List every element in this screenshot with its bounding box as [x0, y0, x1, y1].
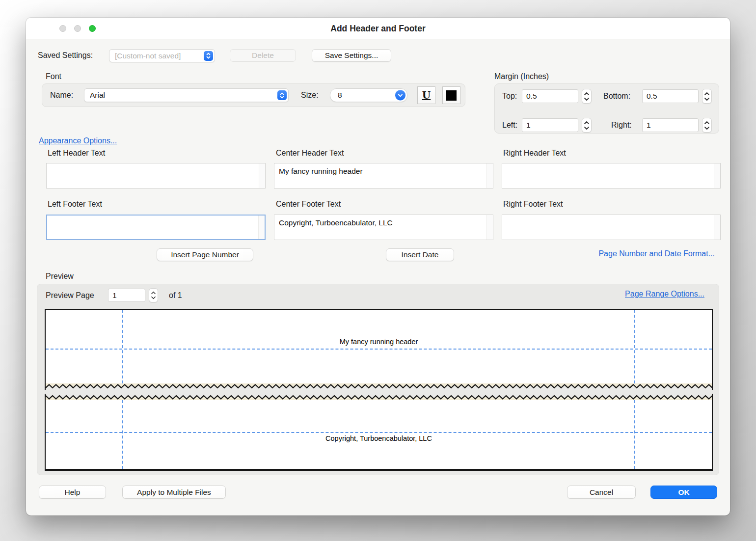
page-fragment-body: My fancy running header: [46, 310, 712, 383]
margin-groupbox: Top: Bottom: Left: Right:: [494, 83, 719, 134]
center-footer-textarea-wrap: Copyright, Turboencabulator, LLC: [274, 215, 493, 240]
torn-edge-top: [46, 394, 712, 400]
appearance-options-link[interactable]: Appearance Options...: [39, 136, 117, 145]
font-name-label: Name:: [50, 89, 73, 102]
preview-page-top-fragment: My fancy running header: [45, 309, 713, 390]
scrollbar-gutter[interactable]: [486, 215, 493, 240]
apply-to-multiple-files-button[interactable]: Apply to Multiple Files: [122, 486, 226, 499]
right-footer-label: Right Footer Text: [503, 198, 563, 211]
scrollbar-gutter[interactable]: [486, 163, 493, 188]
preview-page-stepper[interactable]: [149, 288, 158, 302]
scrollbar-gutter[interactable]: [259, 163, 265, 188]
center-header-label: Center Header Text: [276, 147, 344, 160]
left-header-textarea-wrap: [46, 163, 266, 189]
margin-left-label: Left:: [502, 119, 517, 132]
help-button[interactable]: Help: [39, 486, 106, 499]
margin-section-label: Margin (Inches): [494, 72, 549, 81]
dialog-title: Add Header and Footer: [26, 18, 730, 39]
preview-page-input[interactable]: [108, 289, 145, 302]
right-header-input[interactable]: [502, 163, 714, 188]
saved-settings-value: [Custom-not saved]: [115, 50, 201, 62]
saved-settings-label: Saved Settings:: [38, 49, 93, 62]
saved-settings-dropdown[interactable]: [Custom-not saved]: [109, 49, 215, 62]
margin-left-input[interactable]: [522, 118, 578, 132]
left-footer-textarea-wrap: [46, 215, 266, 240]
preview-section-label: Preview: [46, 272, 74, 281]
left-margin-guide: [122, 310, 123, 383]
delete-settings-button[interactable]: Delete: [230, 49, 296, 62]
insert-date-button[interactable]: Insert Date: [386, 248, 454, 261]
left-footer-label: Left Footer Text: [48, 198, 102, 211]
margin-bottom-stepper[interactable]: [702, 89, 712, 104]
scrollbar-gutter[interactable]: [714, 215, 720, 240]
font-name-value: Arial: [90, 89, 274, 102]
margin-right-stepper[interactable]: [702, 118, 712, 133]
preview-header-text: My fancy running header: [46, 338, 712, 346]
color-swatch-icon: [446, 90, 457, 101]
font-section-label: Font: [46, 72, 61, 81]
titlebar: Add Header and Footer: [26, 18, 730, 39]
font-groupbox: Name: Arial Size: 8 U: [42, 83, 465, 107]
preview-panel: Preview Page of 1 Page Range Options... …: [37, 284, 719, 475]
font-name-dropdown[interactable]: Arial: [84, 88, 289, 102]
top-margin-guide: [46, 349, 712, 350]
right-header-label: Right Header Text: [503, 147, 566, 160]
torn-edge-bottom: [46, 383, 712, 390]
left-footer-input[interactable]: [47, 216, 258, 239]
scrollbar-gutter[interactable]: [714, 163, 720, 188]
insert-page-number-button[interactable]: Insert Page Number: [157, 248, 253, 261]
underline-button[interactable]: U: [417, 86, 435, 104]
center-footer-label: Center Footer Text: [276, 198, 341, 211]
margin-top-input[interactable]: [522, 89, 578, 103]
preview-page-bottom-fragment: Copyright, Turboencabulator, LLC: [45, 394, 713, 471]
preview-footer-text: Copyright, Turboencabulator, LLC: [46, 434, 712, 442]
scrollbar-gutter[interactable]: [258, 216, 265, 239]
save-settings-button[interactable]: Save Settings...: [312, 49, 391, 62]
margin-bottom-label: Bottom:: [603, 90, 630, 103]
center-header-textarea-wrap: My fancy running header: [274, 163, 493, 189]
chevron-up-down-icon: [204, 51, 213, 61]
margin-right-input[interactable]: [642, 118, 699, 132]
right-footer-input[interactable]: [502, 215, 714, 240]
font-size-combobox[interactable]: 8: [330, 88, 407, 102]
preview-page-count-label: of 1: [169, 289, 182, 302]
right-header-textarea-wrap: [502, 163, 721, 189]
right-footer-textarea-wrap: [502, 215, 721, 240]
font-size-label: Size:: [301, 89, 319, 102]
margin-bottom-input[interactable]: [642, 89, 699, 103]
page-number-date-format-link[interactable]: Page Number and Date Format...: [598, 249, 715, 258]
margin-top-label: Top:: [502, 90, 517, 103]
bottom-margin-guide: [46, 432, 712, 433]
page-fragment-body: Copyright, Turboencabulator, LLC: [46, 400, 712, 469]
chevron-down-icon: [395, 90, 405, 101]
font-size-value: 8: [338, 89, 393, 102]
center-footer-input[interactable]: Copyright, Turboencabulator, LLC: [274, 215, 486, 240]
chevron-up-down-icon: [277, 90, 287, 100]
left-header-input[interactable]: [47, 163, 259, 188]
right-margin-guide: [634, 310, 635, 383]
cancel-button[interactable]: Cancel: [567, 486, 636, 499]
font-color-button[interactable]: [442, 86, 460, 104]
margin-top-stepper[interactable]: [582, 89, 592, 104]
page-range-options-link[interactable]: Page Range Options...: [625, 290, 704, 298]
preview-page-label: Preview Page: [46, 289, 94, 302]
left-header-label: Left Header Text: [48, 147, 105, 160]
add-header-footer-dialog: Add Header and Footer Saved Settings: [C…: [26, 18, 730, 515]
center-header-input[interactable]: My fancy running header: [274, 163, 486, 188]
ok-button[interactable]: OK: [650, 486, 717, 499]
margin-right-label: Right:: [611, 119, 632, 132]
margin-left-stepper[interactable]: [582, 118, 592, 133]
